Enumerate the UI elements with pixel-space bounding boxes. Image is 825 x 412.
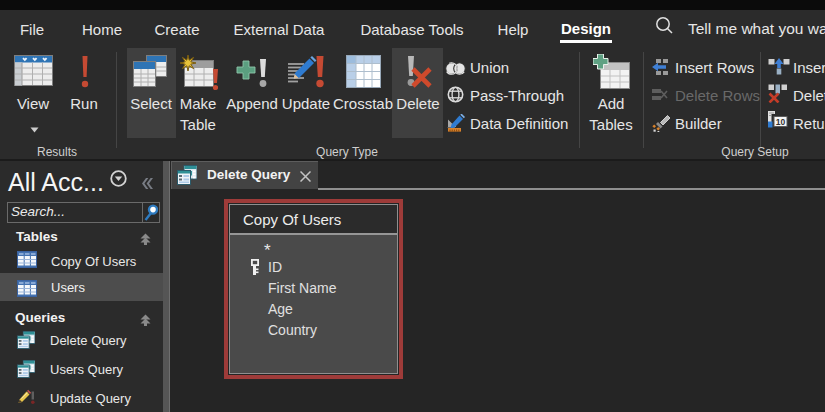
svg-text:10: 10: [776, 117, 786, 127]
